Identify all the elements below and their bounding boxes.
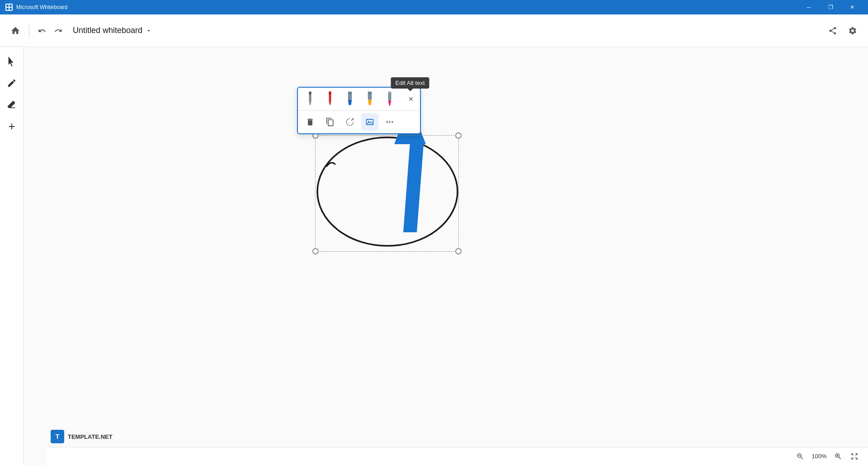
- popup-action-buttons-row: [298, 111, 420, 133]
- pencil-gray-button[interactable]: [302, 90, 319, 108]
- add-tool-button[interactable]: [3, 117, 21, 136]
- watermark: T TEMPLATE.NET: [51, 430, 113, 443]
- marker-blue-button[interactable]: [341, 90, 359, 108]
- zoom-in-button[interactable]: [832, 450, 844, 463]
- undo-button[interactable]: [35, 23, 49, 38]
- home-button[interactable]: [7, 23, 24, 39]
- whiteboard-title-text: Untitled whiteboard: [73, 26, 142, 35]
- svg-rect-16: [349, 91, 351, 93]
- app-icon: [5, 4, 13, 11]
- canvas-svg: [24, 47, 868, 465]
- titlebar-left: Microsoft Whiteboard: [5, 4, 67, 11]
- svg-rect-1: [9, 5, 12, 7]
- close-button[interactable]: ✕: [842, 0, 863, 14]
- restore-button[interactable]: ❐: [820, 0, 841, 14]
- watermark-icon: T: [51, 430, 64, 443]
- titlebar-title: Microsoft Whiteboard: [16, 4, 67, 10]
- svg-marker-5: [403, 142, 424, 232]
- popup-pen-tools-row: Edit Alt text ✕: [298, 88, 420, 111]
- select-tool-button[interactable]: [3, 52, 21, 70]
- svg-rect-0: [6, 5, 9, 7]
- titlebar: Microsoft Whiteboard ─ ❐ ✕: [0, 0, 868, 14]
- pen-tool-button[interactable]: [3, 74, 21, 92]
- pencil-red-button[interactable]: [321, 90, 339, 108]
- delete-button[interactable]: [302, 113, 319, 131]
- watermark-text: TEMPLATE.NET: [68, 433, 113, 440]
- svg-line-25: [353, 118, 354, 120]
- svg-marker-15: [348, 100, 352, 105]
- tooltip-container: Edit Alt text ✕: [404, 94, 416, 104]
- alt-text-button[interactable]: [361, 113, 378, 131]
- nav-buttons: [35, 23, 66, 38]
- titlebar-controls: ─ ❐ ✕: [798, 0, 863, 14]
- lasso-button[interactable]: [341, 113, 359, 131]
- svg-rect-2: [6, 8, 9, 10]
- svg-rect-20: [368, 91, 371, 93]
- more-options-button[interactable]: [381, 113, 398, 131]
- zoom-out-button[interactable]: [794, 450, 807, 463]
- popup-close-button[interactable]: ✕: [406, 94, 416, 104]
- bottom-bar: 100%: [47, 447, 868, 465]
- marker-yellow-button[interactable]: [361, 90, 378, 108]
- svg-point-30: [392, 121, 393, 122]
- svg-point-29: [389, 121, 390, 122]
- svg-marker-11: [329, 102, 331, 106]
- svg-marker-19: [368, 100, 372, 105]
- settings-button[interactable]: [844, 23, 861, 39]
- zoom-level: 100%: [810, 453, 828, 460]
- share-button[interactable]: [825, 23, 841, 39]
- minimize-button[interactable]: ─: [798, 0, 819, 14]
- popup-toolbar: Edit Alt text ✕: [297, 87, 421, 134]
- redo-button[interactable]: [51, 23, 66, 38]
- fit-to-screen-button[interactable]: [848, 450, 861, 463]
- toolbar-divider: [29, 23, 29, 38]
- left-sidebar: [0, 47, 24, 465]
- svg-rect-23: [388, 91, 391, 93]
- pen-pink-button[interactable]: [381, 90, 398, 108]
- toolbar-right: [825, 23, 861, 39]
- chevron-down-icon: [145, 27, 152, 34]
- canvas-area[interactable]: Edit Alt text ✕: [24, 47, 868, 465]
- svg-marker-8: [309, 102, 311, 106]
- whiteboard-title-area[interactable]: Untitled whiteboard: [69, 24, 156, 37]
- svg-marker-22: [388, 100, 392, 106]
- svg-rect-3: [9, 8, 12, 10]
- copy-button[interactable]: [321, 113, 339, 131]
- svg-rect-9: [309, 92, 311, 94]
- svg-point-4: [317, 137, 458, 246]
- eraser-tool-button[interactable]: [3, 96, 21, 114]
- svg-point-28: [387, 121, 388, 122]
- main-toolbar: Untitled whiteboard: [0, 14, 868, 47]
- svg-rect-12: [329, 92, 331, 94]
